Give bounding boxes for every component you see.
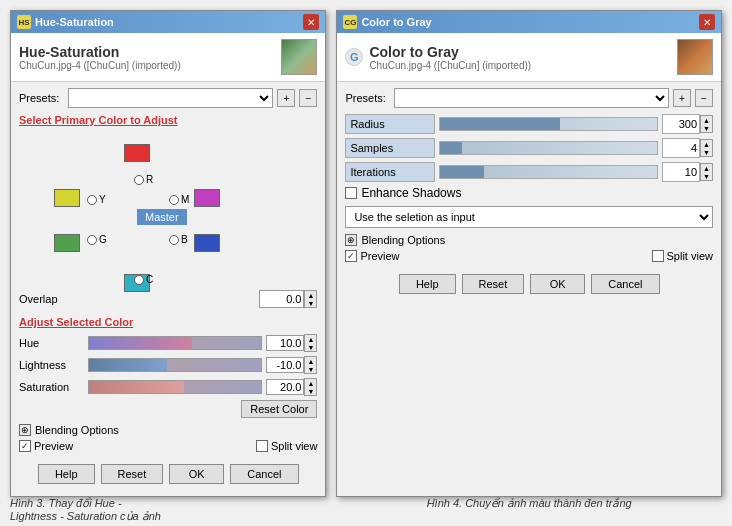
right-remove-preset-button[interactable]: − <box>695 89 713 107</box>
iterations-value[interactable]: 10 <box>662 162 700 182</box>
saturation-down[interactable]: ▼ <box>305 387 316 395</box>
radius-fill <box>440 118 559 130</box>
radius-up[interactable]: ▲ <box>701 116 712 124</box>
split-view-left[interactable]: Split view <box>256 440 317 452</box>
hue-up[interactable]: ▲ <box>305 335 316 343</box>
reset-color-row: Reset Color <box>19 400 317 418</box>
iterations-down[interactable]: ▼ <box>701 172 712 180</box>
swatch-red[interactable] <box>124 144 150 162</box>
lightness-label: Lightness <box>19 359 84 371</box>
lightness-up[interactable]: ▲ <box>305 357 316 365</box>
overlap-value[interactable]: 0.0 <box>259 290 304 308</box>
radio-circle-m <box>169 195 179 205</box>
samples-row: Samples 4 ▲ ▼ <box>345 138 713 158</box>
presets-label: Presets: <box>19 92 64 104</box>
blending-expand-right[interactable]: ⊕ <box>345 234 357 246</box>
color-wheel-area: R Y M G B <box>19 134 317 284</box>
right-reset-button[interactable]: Reset <box>462 274 525 294</box>
radius-value[interactable]: 300 <box>662 114 700 134</box>
radius-down[interactable]: ▼ <box>701 124 712 132</box>
overlap-up[interactable]: ▲ <box>305 291 316 299</box>
preview-check-left[interactable] <box>19 440 31 452</box>
swatch-green[interactable] <box>54 234 80 252</box>
split-view-right[interactable]: Split view <box>652 250 713 262</box>
radius-label: Radius <box>345 114 435 134</box>
blending-label-left: Blending Options <box>35 424 119 436</box>
right-add-preset-button[interactable]: + <box>673 89 691 107</box>
left-btn-row: Help Reset OK Cancel <box>19 458 317 490</box>
presets-dropdown[interactable] <box>68 88 273 108</box>
workspace: HS Hue-Saturation ✕ Hue-Saturation ChuCu… <box>10 10 722 497</box>
left-caption-col: Hình 3. Thay đổi Hue - Lightness - Satur… <box>10 497 326 523</box>
left-help-button[interactable]: Help <box>38 464 95 484</box>
saturation-value[interactable]: 20.0 <box>266 379 304 395</box>
radius-slider[interactable] <box>439 117 658 131</box>
swatch-yellow[interactable] <box>54 189 80 207</box>
iterations-spin: 10 ▲ ▼ <box>662 162 713 182</box>
radio-y[interactable]: Y <box>87 194 106 205</box>
right-caption-col: Hình 4. Chuyển ảnh màu thành đen trắng <box>336 497 722 523</box>
lightness-value[interactable]: -10.0 <box>266 357 304 373</box>
hue-slider-fill <box>89 337 192 349</box>
select-primary-label: Select Primary Color to Adjust <box>19 114 317 126</box>
left-title-bar: HS Hue-Saturation ✕ <box>11 11 325 33</box>
saturation-spinner: ▲ ▼ <box>304 378 317 396</box>
left-reset-button[interactable]: Reset <box>101 464 164 484</box>
left-ok-button[interactable]: OK <box>169 464 224 484</box>
right-dialog-body: Presets: + − Radius 300 ▲ ▼ <box>337 82 721 306</box>
samples-value[interactable]: 4 <box>662 138 700 158</box>
left-header-title: Hue-Saturation <box>19 44 181 60</box>
master-button[interactable]: Master <box>137 209 187 225</box>
radio-label-c: C <box>146 274 153 285</box>
overlap-down[interactable]: ▼ <box>305 299 316 307</box>
add-preset-button[interactable]: + <box>277 89 295 107</box>
saturation-slider-track[interactable] <box>88 380 262 394</box>
swatch-magenta[interactable] <box>194 189 220 207</box>
preview-checkbox-left[interactable]: Preview <box>19 440 73 452</box>
samples-down[interactable]: ▼ <box>701 148 712 156</box>
hue-value[interactable]: 10.0 <box>266 335 304 351</box>
right-header-info: G Color to Gray ChuCun.jpg-4 ([ChuCun] (… <box>345 44 531 71</box>
radius-spin: 300 ▲ ▼ <box>662 114 713 134</box>
right-cancel-button[interactable]: Cancel <box>591 274 659 294</box>
right-title-bar: CG Color to Gray ✕ <box>337 11 721 33</box>
hue-spinner: ▲ ▼ <box>304 334 317 352</box>
left-close-button[interactable]: ✕ <box>303 14 319 30</box>
right-presets-dropdown[interactable] <box>394 88 669 108</box>
samples-label: Samples <box>345 138 435 158</box>
hue-down[interactable]: ▼ <box>305 343 316 351</box>
swatch-blue[interactable] <box>194 234 220 252</box>
title-bar-left: HS Hue-Saturation <box>17 15 114 29</box>
right-ok-button[interactable]: OK <box>530 274 585 294</box>
radio-g[interactable]: G <box>87 234 107 245</box>
blending-expand-icon[interactable]: ⊕ <box>19 424 31 436</box>
saturation-up[interactable]: ▲ <box>305 379 316 387</box>
radio-c[interactable]: C <box>134 274 153 285</box>
reset-color-button[interactable]: Reset Color <box>241 400 317 418</box>
split-check-right[interactable] <box>652 250 664 262</box>
iterations-slider[interactable] <box>439 165 658 179</box>
remove-preset-button[interactable]: − <box>299 89 317 107</box>
lightness-down[interactable]: ▼ <box>305 365 316 373</box>
captions-row: Hình 3. Thay đổi Hue - Lightness - Satur… <box>10 497 722 523</box>
radio-label-b: B <box>181 234 188 245</box>
hue-slider-track[interactable] <box>88 336 262 350</box>
iterations-up[interactable]: ▲ <box>701 164 712 172</box>
left-dialog-body: Presets: + − Select Primary Color to Adj… <box>11 82 325 496</box>
radio-label-m: M <box>181 194 189 205</box>
samples-up[interactable]: ▲ <box>701 140 712 148</box>
enhance-checkbox[interactable] <box>345 187 357 199</box>
left-cancel-button[interactable]: Cancel <box>230 464 298 484</box>
right-header-text: Color to Gray ChuCun.jpg-4 ([ChuCun] (im… <box>369 44 531 71</box>
radio-r[interactable]: R <box>134 174 153 185</box>
right-close-button[interactable]: ✕ <box>699 14 715 30</box>
selection-dropdown[interactable]: Use the seletion as input <box>345 206 713 228</box>
radio-m[interactable]: M <box>169 194 189 205</box>
preview-check-right[interactable] <box>345 250 357 262</box>
preview-checkbox-right[interactable]: Preview <box>345 250 399 262</box>
radio-b[interactable]: B <box>169 234 188 245</box>
right-help-button[interactable]: Help <box>399 274 456 294</box>
samples-slider[interactable] <box>439 141 658 155</box>
split-check-left[interactable] <box>256 440 268 452</box>
lightness-slider-track[interactable] <box>88 358 262 372</box>
